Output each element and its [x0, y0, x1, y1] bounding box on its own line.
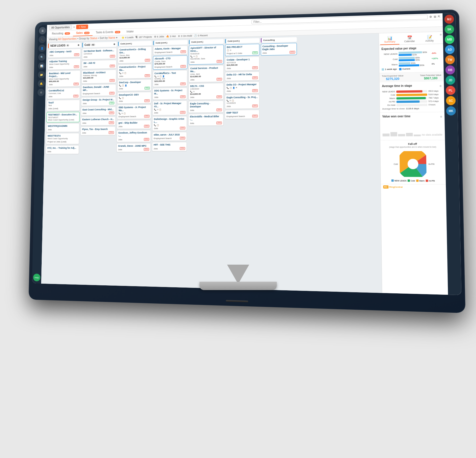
card-abc-company[interactable]: ABC Company - test3 Jobs25% [48, 49, 81, 58]
avg-close: Average time to close: 1119.6 days [382, 107, 442, 110]
avatar-4[interactable]: AD [445, 45, 454, 54]
panel-tab-summary[interactable]: 📊 Summary [380, 35, 400, 45]
card-devco[interactable]: DevCorp - Developer 📞 📋 👤 Jobs75% [117, 79, 151, 91]
avatar-1[interactable]: MJ [444, 15, 454, 24]
sidebar-icon-help[interactable]: Help [33, 273, 41, 281]
card-delta-css[interactable]: DELTA - CSS 1/30/2020 📞 ✉ $14,800.00 Job… [188, 83, 224, 100]
stat-leads: ⭐ 4 Leads [121, 36, 134, 39]
card-gmi[interactable]: gmi - Ship Builder Jobs25% [117, 120, 151, 129]
avg-time-section: Average time in stage ⚙ NEW LEADS [380, 81, 445, 113]
tab-tasks-events[interactable]: Tasks & Events 196 [93, 29, 124, 36]
card-ebd[interactable]: EBD Systems - Jr. Project Ma... 📞 ✉ 📋 Em… [117, 104, 151, 119]
avg-row-hipri: Hi-PRI 572.4 days [382, 100, 442, 103]
card-hff[interactable]: HFF - SEE THIS Jobs25% [152, 142, 187, 151]
screen: ☰ 📞 👤 🔍 📊 📁 🔔 ⚙ Help All Opportunities [32, 13, 461, 295]
summary-gear[interactable]: ⚙ [440, 33, 442, 44]
card-flynn[interactable]: Flynn, Tim - Emp Search Jobs25% [81, 127, 116, 136]
sidebar-icon-notify[interactable]: 🔔 [38, 80, 45, 87]
card-developerco[interactable]: DeveloperCO -DEV 📞 📋 Jobs25% [117, 92, 151, 104]
card-3m-job2[interactable]: 3M - Job #2 Jobs25% [82, 60, 116, 69]
main-content: All Opportunities ▾ + New ⚙ ⊞ ⇱ Recruiti… [41, 13, 448, 295]
card-consulting-dev[interactable]: Consulting - Developer Eagle Jabs Jobs25… [261, 43, 297, 56]
card-big-project[interactable]: BIG PROJECT 📋 ⚙ Project w/ 3 Jobs75% [225, 44, 259, 56]
avatar-mb[interactable]: MB [445, 35, 454, 44]
card-electrobills[interactable]: Electrobills - Medical Biller -... Jobs2… [188, 114, 224, 126]
value-won-title: Value won over time [382, 115, 410, 118]
card-delta-co-hr[interactable]: Delta CO - HR for Delta Jobs25% [225, 72, 259, 81]
column-cold: Cold 42 ⊕ 1st Mariner Bank - Software...… [78, 42, 117, 284]
sidebar-icon-search[interactable]: 🔍 [38, 53, 46, 61]
card-testt[interactable]: TestT Test Jobs (Lead) [47, 100, 80, 111]
avg-gear[interactable]: ⚙ [440, 85, 442, 87]
card-delta-co-pm[interactable]: Delta CO - Project Manager 📞 📋 👤 ⚑ Jobs2… [225, 81, 259, 94]
sidebar-icon-folder[interactable]: 📁 [38, 71, 45, 78]
sidebar-icon-settings[interactable]: ⚙ [38, 89, 45, 96]
card-xyz[interactable]: XYZ, Inc. - Training for Adj... Jobs [46, 145, 79, 154]
value-won-section: Value won over time ⚙ [380, 112, 445, 140]
card-constructionproject[interactable]: ConstructionCo - Project Ma... 📞 ✉ 📋 Job… [118, 64, 152, 79]
all-opportunities-btn[interactable]: All Opportunities [49, 25, 72, 30]
avatar-8[interactable]: PL [446, 86, 455, 95]
card-goodson[interactable]: Goodson, Jeffrey Goodson -... Jobs25% [117, 130, 151, 142]
legend-cold: Cold [408, 180, 415, 182]
card-crelate[interactable]: Crelate - Developer 1 4/27/2019 $10,500.… [225, 57, 259, 71]
card-apirosoft[interactable]: ApiroSOFT - Director of Direc... 5/16/20… [189, 45, 224, 65]
column-header-col5: Cold (cont.) [189, 39, 224, 44]
legend-new-leads: NEW LEADS [391, 179, 406, 182]
card-eagle-sr[interactable]: Eagle Consulting - Sr. Proj... 📞 ✉ 📋 1/1… [225, 94, 259, 109]
value-won-gear[interactable]: ⚙ [440, 115, 442, 118]
sidebar-icon-chart[interactable]: 📊 [38, 62, 45, 70]
card-dulindesign[interactable]: DulinDesign - Graphic Artist L... 📞 📋 Jo… [152, 116, 187, 131]
sidebar-icon-menu[interactable]: ☰ [39, 27, 46, 35]
avg-row-warm: Warm 768.7 days [382, 96, 442, 100]
sidebar-icon-phone[interactable]: 📞 [39, 36, 46, 43]
tab-intake[interactable]: Intake [123, 28, 137, 35]
avatar-6[interactable]: RB [445, 65, 455, 74]
card-design-group[interactable]: Design Group - Sr. Project M... Jobs75% [81, 97, 116, 106]
card-elder-aaron[interactable]: elder, aaron - JULY 2015 Employment Sear… [152, 132, 187, 141]
avatar-7[interactable]: JD [446, 75, 455, 85]
avatar-10[interactable]: MK [446, 106, 456, 115]
card-ddg[interactable]: DDG Systems - Sr. Project M... Jobs25% [153, 88, 187, 100]
new-btn[interactable]: + New [76, 25, 88, 29]
card-akrosoft[interactable]: Akrosoft - CTO Costla, Sara $75,000.00 E… [153, 55, 187, 70]
sidebar-icon-user[interactable]: 👤 [38, 44, 46, 52]
card-davidson[interactable]: Davidson, Donald - JUNE MP... Employment… [81, 84, 116, 96]
card-costal[interactable]: Costal Services - Product Ma... Lima, Ja… [188, 65, 224, 83]
avg-row-onhold: On Hold 0 hours [382, 103, 442, 107]
card-cornmuffinco2[interactable]: CornMuffinCo2 Cornman, Lisa Jobs25% [47, 88, 80, 99]
falloff-chart: Fall-off (stage that opportunities are i… [383, 143, 443, 182]
card-eagle-developer[interactable]: Eagle Consulting - Developer Jobs25% [188, 101, 224, 113]
card-adams[interactable]: Adams, Kevin - Manager Employment Search… [153, 46, 188, 55]
stat-onhold: ⏸ 0 On-Hold [178, 34, 192, 37]
tab-recruiting[interactable]: Recruiting 280 [49, 30, 73, 37]
card-constructiondrill[interactable]: ConstructionCo - Drilling Em... Trevor, … [118, 46, 152, 64]
card-eastern-lutheran[interactable]: Eastern Lutheran Church - H... Jobs25% [81, 117, 116, 126]
totals-row: Total Expected Value $275,320 Total Pote… [379, 72, 444, 82]
card-granek[interactable]: Granek, Steve - JUNE MPC Jobs25% [116, 143, 151, 152]
card-westfrq[interactable]: WESTFRQOADMIN Jobs [46, 123, 79, 132]
expected-value-section: Expected value per stage NEW LEADS [379, 44, 444, 73]
avg-chart: NEW LEADS 350.6 days Cold [382, 90, 442, 106]
card-cornmuffin-test[interactable]: CornMuffinCo - Test 📞 ✉ 📋 👤 Smithly, Joe… [153, 70, 187, 87]
card-1st-mariner[interactable]: 1st Mariner Bank - Software... 12/4/2019… [82, 48, 117, 60]
avatar-2[interactable]: SK [445, 25, 454, 34]
card-adjuster-training[interactable]: Adjuster Training West Coast Opportunity… [47, 58, 81, 70]
card-westtest4[interactable]: WESTTEST4 West Coast Opportunity Project… [46, 133, 79, 144]
card-emp-test[interactable]: EMP TEST Employment Search25% [225, 110, 259, 119]
avatar-5[interactable]: TW [445, 55, 455, 64]
monitor-bottom-bar [226, 300, 248, 302]
avatar-9[interactable]: SC [446, 96, 456, 105]
pie-svg [399, 151, 426, 177]
card-dell[interactable]: Dell - Sr. Project Manager #3... 📞 ✉ 📋 J… [152, 101, 187, 115]
card-east-coast[interactable]: East Coast Consulting - Mid... Jobs25% [81, 107, 116, 116]
panel-tab-calendar[interactable]: 📅 Calendar [400, 34, 419, 44]
card-testwest[interactable]: TESTWEST - Executive Dir... TESTWEST Wes… [46, 112, 80, 122]
tab-sales[interactable]: Sales 213 [73, 30, 93, 36]
card-blackbaud[interactable]: Blackbaud - Architect Fallview, Wendy $3… [81, 70, 116, 84]
column-col3: Cold (cont.) ConstructionCo - Drilling E… [115, 41, 152, 285]
avg-row-cold: Cold 518.8 days [382, 93, 442, 96]
card-bestwest[interactable]: BestWest - Mid Level Project... West Coa… [47, 70, 81, 87]
legend-hipri: Hi-PRI [426, 180, 435, 182]
panel-tab-activity[interactable]: 📝 Activity [420, 33, 439, 44]
